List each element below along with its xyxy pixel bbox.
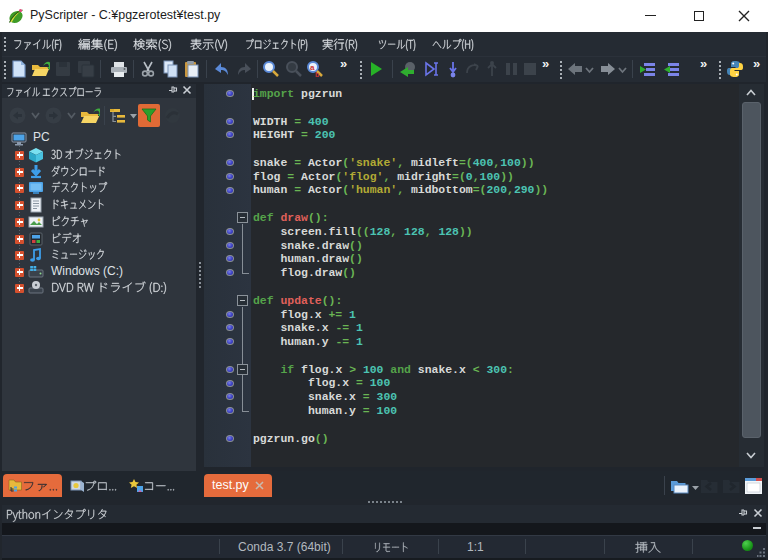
svg-text:b: b bbox=[315, 71, 319, 78]
